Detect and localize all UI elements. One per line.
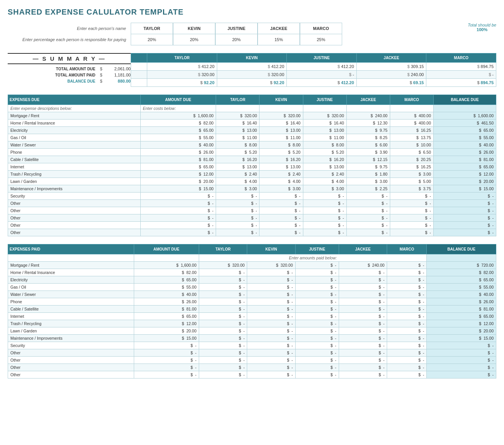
summary-row-label: TOTAL AMOUNT DUE xyxy=(8,67,98,71)
person-col-justine: JUSTINE 20% xyxy=(215,23,258,45)
expenses-header-amount: AMOUNT DUE xyxy=(134,244,199,254)
summary-dollar: $ xyxy=(98,73,104,77)
expense-person-val: $ - xyxy=(295,306,339,313)
expense-person-val: $ - xyxy=(199,313,247,320)
expense-person-val: $ - xyxy=(259,229,303,236)
person-name: KEVIN xyxy=(173,23,215,34)
expense-row: Other$ -$ -$ -$ -$ -$ -$ - xyxy=(8,364,496,371)
summary-dollar: $ xyxy=(98,66,104,71)
expense-person-val: $ - xyxy=(390,229,433,236)
expenses-header-person: KEVIN xyxy=(259,95,303,105)
expense-balance: $ 15.00 xyxy=(434,185,496,193)
expense-label: Maintenance / Improvements xyxy=(8,185,141,193)
expense-person-val: $ - xyxy=(303,207,346,214)
expense-row: Internet$ 65.00$ 13.00$ 13.00$ 13.00$ 9.… xyxy=(8,163,496,171)
expense-person-val: $ 16.20 xyxy=(303,156,346,163)
expense-amount: $ 26.00 xyxy=(134,298,199,306)
expense-label: Internet xyxy=(8,313,134,320)
expense-person-val: $ - xyxy=(247,342,295,349)
expense-person-val: $ - xyxy=(247,357,295,364)
expense-label: Other xyxy=(8,371,134,379)
expense-person-val: $ - xyxy=(216,229,259,236)
summary-th: JUSTINE xyxy=(287,53,357,63)
expense-balance: $ 1,600.00 xyxy=(434,112,496,120)
expense-balance: $ 65.00 xyxy=(434,127,496,134)
expense-balance: $ - xyxy=(427,364,496,371)
expense-label: Cable / Satellite xyxy=(8,306,134,313)
expense-person-val: $ - xyxy=(390,193,433,200)
person-name: TAYLOR xyxy=(131,23,173,34)
expense-person-val: $ 5.20 xyxy=(259,149,303,156)
expense-person-val: $ - xyxy=(339,313,387,320)
expense-person-val: $ 3.00 xyxy=(346,178,390,185)
expense-row: Other$ -$ -$ -$ -$ -$ -$ - xyxy=(8,207,496,214)
expense-row: Cable / Satellite$ 81.00$ 16.20$ 16.20$ … xyxy=(8,156,496,163)
expense-person-val: $ - xyxy=(339,276,387,284)
expense-label: Home / Rental Insurance xyxy=(8,269,134,276)
expense-person-val: $ 13.00 xyxy=(303,163,346,171)
expense-row: Trash / Recycling$ 12.00$ 2.40$ 2.40$ 2.… xyxy=(8,171,496,178)
expense-row: Other$ -$ -$ -$ -$ -$ -$ - xyxy=(8,357,496,364)
expenses-paid-table: EXPENSES PAIDAMOUNT DUETAYLORKEVINJUSTIN… xyxy=(8,244,496,379)
expense-person-val: $ - xyxy=(387,357,427,364)
expense-person-val: $ - xyxy=(387,291,427,298)
expense-person-val: $ - xyxy=(247,335,295,342)
expense-balance: $ - xyxy=(434,222,496,229)
expense-person-val: $ 3.90 xyxy=(346,149,390,156)
summary-row-type xyxy=(131,71,147,79)
summary-right: TAYLORKEVINJUSTINEJACKEEMARCO $ 412.20 $… xyxy=(131,53,496,87)
expense-person-val: $ - xyxy=(339,298,387,306)
expense-amount: $ 65.00 xyxy=(134,313,199,320)
expense-label: Internet xyxy=(8,163,141,171)
expenses-header-amount: AMOUNT DUE xyxy=(140,95,216,105)
expense-amount: $ 12.00 xyxy=(134,320,199,327)
summary-person-val: $ 894.75 xyxy=(426,79,496,87)
expense-person-val: $ - xyxy=(199,327,247,335)
expense-person-val: $ 2.40 xyxy=(216,171,259,178)
expense-person-val: $ - xyxy=(247,269,295,276)
expense-person-val: $ - xyxy=(295,284,339,291)
expense-person-val: $ - xyxy=(295,371,339,379)
expense-label: Security xyxy=(8,193,141,200)
summary-title: — S U M M A R Y — xyxy=(8,53,131,64)
expenses-header-balance: BALANCE DUE xyxy=(427,244,496,254)
expense-person-val: $ - xyxy=(295,276,339,284)
expense-person-val: $ 13.00 xyxy=(216,163,259,171)
summary-person-val: $ 412.20 xyxy=(287,79,357,87)
expense-person-val: $ - xyxy=(259,222,303,229)
expense-row: Internet$ 65.00$ -$ -$ -$ -$ -$ 65.00 xyxy=(8,313,496,320)
summary-th: KEVIN xyxy=(217,53,287,63)
summary-dollar: $ xyxy=(98,79,104,83)
person-pct: 15% xyxy=(258,34,299,45)
expense-amount: $ - xyxy=(140,200,216,207)
expense-person-val: $ 320.00 xyxy=(259,112,303,120)
expense-person-val: $ - xyxy=(216,222,259,229)
expense-balance: $ 26.00 xyxy=(434,149,496,156)
expense-person-val: $ - xyxy=(199,291,247,298)
expense-balance: $ 720.00 xyxy=(427,262,496,269)
expenses-header-label: EXPENSES DUE xyxy=(8,95,141,105)
expense-balance: $ 65.00 xyxy=(434,163,496,171)
summary-row-1: TOTAL AMOUNT PAID $ 1,181.00 xyxy=(8,72,131,78)
summary-person-val: $ - xyxy=(287,71,357,79)
expense-person-val: $ 9.75 xyxy=(346,127,390,134)
expense-person-val: $ - xyxy=(346,200,390,207)
expenses-header-person: JACKEE xyxy=(346,95,390,105)
expense-person-val: $ 6.50 xyxy=(390,149,433,156)
summary-row-2: BALANCE DUE $ 880.00 xyxy=(8,78,131,84)
total-note: Total should be 100% xyxy=(468,23,496,45)
expense-row: Mortgage / Rent$ 1,600.00$ 320.00$ 320.0… xyxy=(8,112,496,120)
expense-row: Other$ -$ -$ -$ -$ -$ -$ - xyxy=(8,371,496,379)
expense-balance: $ - xyxy=(427,371,496,379)
expense-person-val: $ 16.20 xyxy=(259,156,303,163)
expense-amount: $ - xyxy=(134,349,199,357)
expense-row: Home / Rental Insurance$ 82.00$ -$ -$ -$… xyxy=(8,269,496,276)
expense-label: Cable / Satellite xyxy=(8,156,141,163)
expense-amount: $ - xyxy=(140,229,216,236)
summary-th: MARCO xyxy=(426,53,496,63)
expense-person-val: $ - xyxy=(387,298,427,306)
expense-person-val: $ - xyxy=(247,364,295,371)
expense-balance: $ 55.00 xyxy=(427,284,496,291)
expense-person-val: $ 12.15 xyxy=(346,156,390,163)
page-title: SHARED EXPENSE CALULATOR TEMPLATE xyxy=(8,8,496,17)
